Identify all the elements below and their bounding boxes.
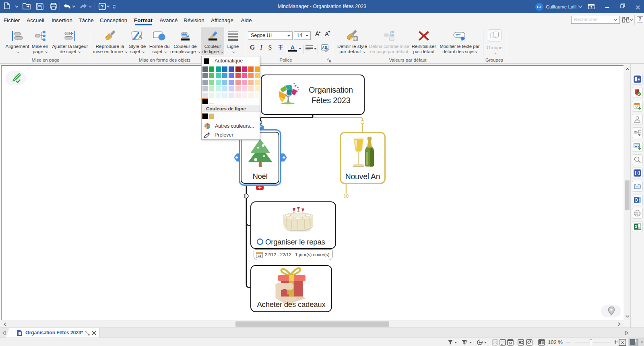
svg-text:24: 24 xyxy=(258,255,261,257)
